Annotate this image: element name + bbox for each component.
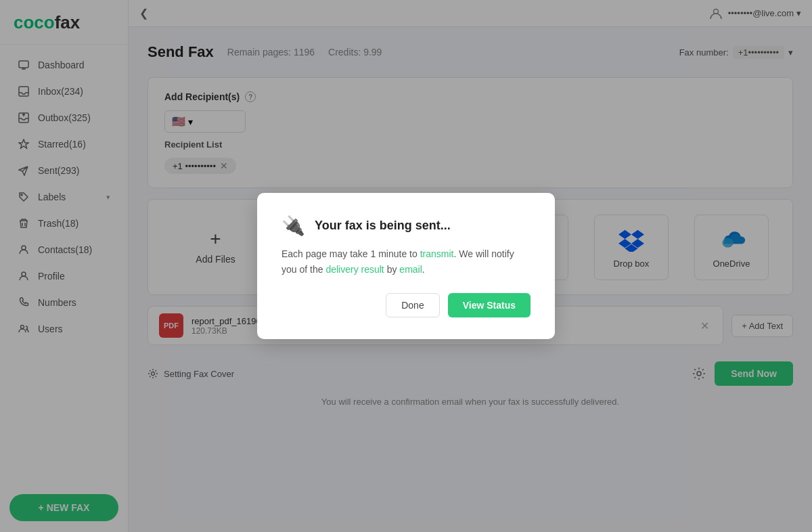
modal-overlay: 🔌 Your fax is being sent... Each page ma…: [0, 0, 812, 532]
modal-body: Each page may take 1 minute to transmit.…: [281, 246, 531, 277]
modal-header: 🔌 Your fax is being sent...: [281, 215, 531, 237]
modal-delivery-link: delivery result: [325, 264, 384, 275]
modal-email-link: email: [399, 264, 422, 275]
done-button[interactable]: Done: [386, 293, 439, 317]
modal-title: Your fax is being sent...: [315, 219, 451, 233]
modal-actions: Done View Status: [281, 293, 531, 317]
view-status-button[interactable]: View Status: [448, 293, 531, 317]
modal: 🔌 Your fax is being sent... Each page ma…: [257, 193, 555, 339]
plug-icon: 🔌: [281, 215, 305, 237]
modal-transmit-link: transmit: [420, 248, 454, 259]
